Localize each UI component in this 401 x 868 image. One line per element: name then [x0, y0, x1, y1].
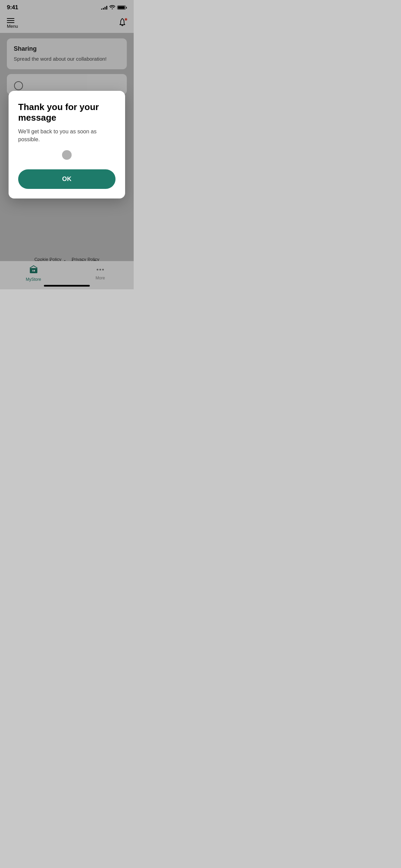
modal-title: Thank you for your message [18, 102, 116, 123]
modal-overlay: Thank you for your message We'll get bac… [0, 0, 134, 289]
thank-you-modal: Thank you for your message We'll get bac… [9, 91, 125, 198]
modal-ok-button[interactable]: OK [18, 169, 116, 189]
modal-dot [62, 150, 72, 160]
modal-subtitle: We'll get back to you as soon as possibl… [18, 128, 116, 143]
